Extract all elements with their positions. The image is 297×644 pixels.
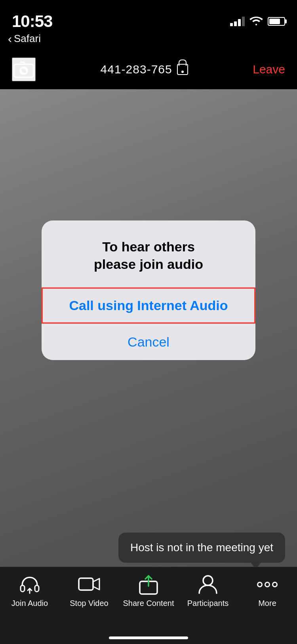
share-content-label: Share Content <box>123 599 174 608</box>
more-icon <box>255 573 280 596</box>
stop-video-toolbar-item[interactable]: Stop Video <box>61 573 117 608</box>
svg-rect-4 <box>79 578 93 590</box>
participants-toolbar-item[interactable]: Participants <box>180 573 236 608</box>
svg-rect-3 <box>35 585 39 592</box>
participants-icon <box>195 573 221 596</box>
svg-point-9 <box>273 583 277 587</box>
stop-video-icon <box>76 573 102 596</box>
svg-point-8 <box>265 583 270 587</box>
share-content-icon <box>136 573 161 596</box>
stop-video-label: Stop Video <box>70 599 109 608</box>
bottom-toolbar: Join Audio Stop Video Share Content <box>0 567 297 644</box>
call-internet-audio-button[interactable]: Call using Internet Audio <box>42 288 255 324</box>
dialog-content: To hear others please join audio <box>42 220 255 287</box>
svg-point-7 <box>258 583 262 587</box>
svg-rect-2 <box>21 585 25 592</box>
dialog-title: To hear others please join audio <box>53 238 244 273</box>
host-toast: Host is not in the meeting yet <box>118 533 285 563</box>
join-audio-icon <box>17 573 42 596</box>
host-toast-message: Host is not in the meeting yet <box>130 541 273 554</box>
home-indicator <box>109 636 188 639</box>
join-audio-label: Join Audio <box>11 599 48 608</box>
more-label: More <box>258 599 276 608</box>
svg-point-6 <box>203 576 213 585</box>
share-content-toolbar-item[interactable]: Share Content <box>121 573 176 608</box>
join-audio-toolbar-item[interactable]: Join Audio <box>2 573 57 608</box>
join-audio-dialog: To hear others please join audio Call us… <box>42 220 255 360</box>
cancel-button[interactable]: Cancel <box>42 324 255 360</box>
participants-label: Participants <box>187 599 229 608</box>
more-toolbar-item[interactable]: More <box>240 573 295 608</box>
